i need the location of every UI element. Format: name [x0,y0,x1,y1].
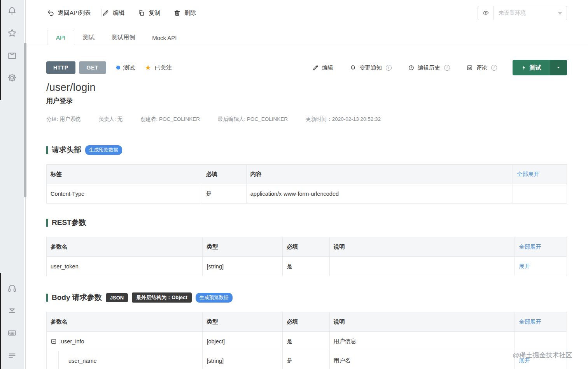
expand-all-link[interactable]: 全部展开 [517,171,539,177]
env-input[interactable] [494,10,567,16]
meta-updated-time: 更新时间：2020-02-13 20:52:32 [306,116,381,123]
edit-action-button[interactable]: 编辑 [312,64,333,71]
section-accent-bar [46,146,48,154]
param-name-cell: user_name [47,351,203,369]
param-required-cell: 是 [283,257,329,276]
generate-preview-button[interactable]: 生成预览数据 [85,145,122,155]
info-circle-icon[interactable]: i [386,65,392,71]
test-button[interactable]: 测试 [513,60,550,75]
test-split-button: 测试 [513,60,567,75]
api-path-title: /user/login [46,82,567,94]
expand-all-link[interactable]: 全部展开 [519,244,541,250]
tab-test-cases[interactable]: 测试用例 [103,30,144,45]
col-desc: 说明 [329,237,514,257]
top-toolbar: 返回API列表 编辑 复制 删除 [27,0,588,26]
table-row: user_token [string] 是 展开 [47,257,567,276]
body-params-title: Body 请求参数 [52,292,102,303]
edit-action-label: 编辑 [322,64,333,71]
param-type-cell: [string] [203,351,283,369]
table-row-user-name: user_name [string] 是 用户名 展开 [47,351,567,369]
delete-button[interactable]: 删除 [173,9,196,17]
api-name-subtitle: 用户登录 [46,96,567,105]
info-circle-icon[interactable]: i [444,65,450,71]
edit-history-button[interactable]: 编辑历史 i [408,64,450,71]
expand-row-link[interactable]: 展开 [519,263,530,269]
body-structure-badge: 最外层结构为：Object [132,292,191,303]
param-required-cell: 是 [283,332,329,351]
protocol-badge: HTTP [46,61,75,74]
pencil-icon [312,64,319,71]
meta-creator: 创建者: POC_EOLINKER [140,116,200,123]
param-type-cell: [object] [203,332,283,351]
trash-icon [173,9,181,17]
info-circle-icon[interactable]: i [491,65,497,71]
rest-params-section-header: REST参数 [46,218,567,228]
headset-icon[interactable] [7,283,17,293]
generate-preview-button[interactable]: 生成预览数据 [196,293,233,303]
project-box-icon[interactable] [7,50,17,60]
api-status: 测试 [116,64,135,71]
tab-mock-api[interactable]: Mock API [144,31,185,45]
request-headers-section-header: 请求头部 生成预览数据 [46,145,567,155]
copy-button[interactable]: 复制 [138,9,160,17]
expand-all-link[interactable]: 全部展开 [519,319,541,325]
main-area: 返回API列表 编辑 复制 删除 API 测试 测试用例 M [27,0,588,369]
star-filled-icon: ★ [145,64,151,71]
env-dropdown[interactable] [494,6,567,20]
bell-icon[interactable] [7,6,17,16]
pencil-icon [102,9,109,17]
header-label-cell: Content-Type [47,184,202,204]
test-dropdown-button[interactable] [550,60,567,75]
edit-button[interactable]: 编辑 [102,9,124,17]
menu-lines-icon[interactable] [7,350,17,360]
back-label: 返回API列表 [58,9,91,17]
site-watermark: @稀土掘金技术社区 [513,351,572,360]
keyboard-icon[interactable] [7,328,17,338]
gear-icon[interactable] [7,73,17,83]
status-dot-icon [116,66,120,70]
copy-label: 复制 [149,9,160,17]
tab-api[interactable]: API [47,30,74,45]
rest-params-title: REST参数 [52,218,86,228]
col-type: 类型 [203,312,283,332]
collapse-minus-icon[interactable] [51,338,57,345]
comment-button[interactable]: 评论 i [466,64,497,71]
param-type-cell: [string] [203,257,283,276]
param-desc-cell: 用户信息 [329,332,514,351]
status-row: HTTP GET 测试 ★ 已关注 编辑 变更通知 i [46,60,567,75]
tab-test[interactable]: 测试 [74,30,103,45]
api-meta-row: 分组: 用户系统 负责人: 无 创建者: POC_EOLINKER 最后编辑人:… [46,116,567,123]
section-accent-bar [46,294,48,302]
col-required: 必填 [202,165,247,184]
comment-label: 评论 [476,64,487,71]
body-params-table: 参数名 类型 必填 说明 全部展开 user_info [object] 是 [46,312,567,369]
preview-eye-button[interactable] [478,6,494,20]
table-row-user-info: user_info [object] 是 用户信息 [47,332,567,351]
col-desc: 说明 [329,312,514,332]
import-download-icon[interactable] [7,305,17,315]
history-clock-icon [408,64,415,71]
test-button-label: 测试 [530,64,541,71]
lightning-icon [521,65,527,70]
follow-label: 已关注 [154,64,172,71]
col-content: 内容 [246,165,513,184]
star-icon[interactable] [7,28,17,38]
param-action-cell [515,332,567,351]
undo-arrow-icon [47,9,54,17]
scrollbar-thumb[interactable] [24,43,26,197]
table-row: Content-Type 是 application/x-www-form-ur… [47,184,567,204]
environment-selector [478,6,567,20]
api-detail-page: HTTP GET 测试 ★ 已关注 编辑 变更通知 i [27,45,588,369]
col-param-name: 参数名 [47,237,203,257]
back-to-api-list-button[interactable]: 返回API列表 [47,9,91,17]
comment-icon [466,64,473,71]
col-required: 必填 [283,237,329,257]
edit-history-label: 编辑历史 [418,64,440,71]
request-headers-title: 请求头部 [52,145,81,155]
change-notice-button[interactable]: 变更通知 i [350,64,392,71]
header-required-cell: 是 [202,184,247,204]
follow-toggle[interactable]: ★ 已关注 [145,64,172,71]
tab-bar: API 测试 测试用例 Mock API [27,26,588,45]
left-sidebar [0,0,24,369]
meta-group: 分组: 用户系统 [46,116,81,123]
